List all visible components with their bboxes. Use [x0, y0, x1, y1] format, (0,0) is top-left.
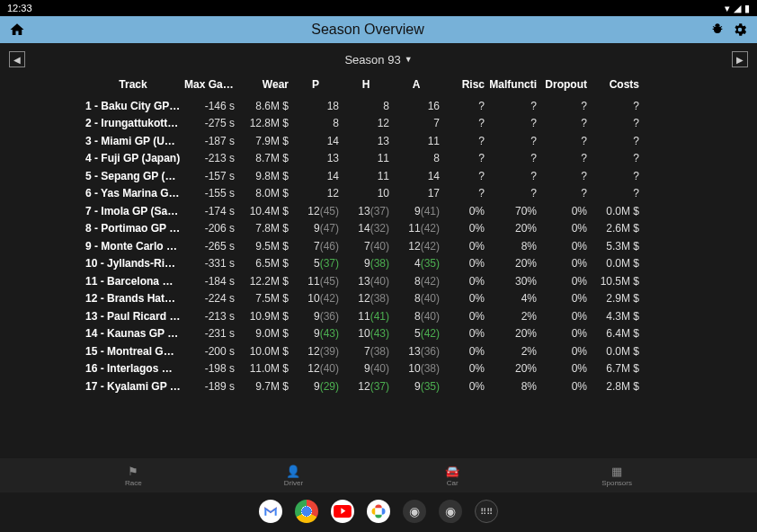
cell-dropout: 0%: [540, 257, 591, 270]
cell-dropout: 0%: [540, 362, 591, 375]
cell-risc: ?: [443, 170, 488, 182]
table-row[interactable]: 5 - Sepang GP (Ma...-157 s9.8M $141114??…: [85, 167, 681, 185]
cell-malf: 2%: [488, 345, 540, 358]
nav-label: Sponsors: [601, 479, 632, 487]
table-row[interactable]: 11 - Barcelona GP ...-184 s12.2M $11(45)…: [85, 272, 681, 290]
cell-a: 11: [393, 135, 443, 147]
next-season-button[interactable]: ▶: [732, 51, 748, 67]
cell-wear: 9.7M $: [238, 380, 292, 393]
cell-dropout: 0%: [540, 310, 591, 323]
app-drawer-icon[interactable]: ⠿⠿: [475, 500, 498, 523]
cell-risc: ?: [443, 187, 488, 200]
table-row[interactable]: 7 - Imola GP (San ...-174 s10.4M $12(45)…: [85, 202, 681, 220]
cell-malf: 8%: [488, 240, 540, 253]
table-row[interactable]: 10 - Jyllands-Ring...-331 s6.5M $5(37)9(…: [85, 255, 681, 273]
cell-malf: ?: [488, 117, 540, 129]
chrome-icon[interactable]: [295, 500, 318, 523]
youtube-icon[interactable]: [331, 500, 354, 523]
cell-dropout: 0%: [540, 240, 591, 253]
nav-driver[interactable]: 👤 Driver: [284, 465, 303, 487]
cell-a: 11(42): [393, 222, 443, 235]
home-icon[interactable]: [9, 22, 25, 38]
col-maxgain[interactable]: Max Gain ?: [184, 78, 238, 92]
table-row[interactable]: 2 - Irungattukottai ...-275 s12.8M $8127…: [85, 115, 681, 133]
season-dropdown[interactable]: Season 93 ▼: [344, 53, 412, 66]
table-row[interactable]: 8 - Portimao GP (P...-206 s7.8M $9(47)14…: [85, 220, 681, 238]
cell-wear: 7.5M $: [238, 292, 292, 305]
table-row[interactable]: 1 - Baku City GP (A...-146 s8.6M $18816?…: [85, 97, 681, 115]
cell-p: 12: [292, 187, 343, 200]
app-icon-1[interactable]: ◉: [403, 500, 426, 523]
cell-h: 11: [343, 170, 393, 182]
cell-dropout: 0%: [540, 292, 591, 305]
chevron-down-icon: ▼: [405, 55, 413, 64]
cell-track: 3 - Miami GP (Unit...: [85, 135, 184, 147]
cell-p: 13: [292, 152, 343, 164]
col-costs: Costs: [591, 78, 643, 91]
nav-race[interactable]: ⚑ Race: [125, 465, 142, 487]
cell-maxgain: -231 s: [184, 327, 238, 340]
col-wear: Wear: [238, 78, 292, 91]
cell-dropout: ?: [540, 187, 591, 200]
gmail-icon[interactable]: [259, 500, 282, 523]
cell-p: 11(45): [292, 275, 343, 288]
bug-icon[interactable]: [710, 22, 725, 37]
col-risc: Risc: [443, 78, 488, 91]
cell-dropout: 0%: [540, 275, 591, 288]
cell-dropout: 0%: [540, 345, 591, 358]
cell-maxgain: -275 s: [184, 117, 238, 129]
nav-label: Race: [125, 479, 142, 487]
table-row[interactable]: 9 - Monte Carlo GP...-265 s9.5M $7(46)7(…: [85, 237, 681, 255]
cell-track: 15 - Montreal GP (...: [85, 345, 184, 358]
cell-h: 10: [343, 187, 393, 200]
table-row[interactable]: 6 - Yas Marina GP ...-155 s8.0M $121017?…: [85, 185, 681, 203]
cell-a: 5(42): [393, 327, 443, 340]
prev-season-button[interactable]: ◀: [9, 51, 25, 67]
cell-costs: 2.6M $: [591, 222, 643, 235]
cell-wear: 11.0M $: [238, 362, 292, 375]
status-icons: ▾ ◢ ▮: [725, 3, 750, 14]
flag-icon: ⚑: [128, 465, 138, 478]
page-title: Season Overview: [311, 22, 423, 38]
table-header: Track Max Gain ? Wear P H A Risc Malfunc…: [85, 75, 681, 93]
cell-h: 7(40): [343, 240, 393, 253]
table-row[interactable]: 3 - Miami GP (Unit...-187 s7.9M $141311?…: [85, 132, 681, 150]
cell-maxgain: -200 s: [184, 345, 238, 358]
cell-costs: ?: [591, 170, 643, 182]
cell-h: 7(38): [343, 345, 393, 358]
nav-car[interactable]: 🚘 Car: [445, 465, 459, 487]
cell-risc: 0%: [443, 380, 488, 393]
nav-sponsors[interactable]: ▦ Sponsors: [601, 465, 632, 487]
cell-h: 9(40): [343, 362, 393, 375]
cell-a: 9(41): [393, 205, 443, 217]
cell-a: 4(35): [393, 257, 443, 270]
cell-a: 14: [393, 170, 443, 182]
cell-malf: ?: [488, 135, 540, 147]
cell-malf: ?: [488, 100, 540, 112]
table-row[interactable]: 13 - Paul Ricard G...-213 s10.9M $9(36)1…: [85, 307, 681, 325]
table-row[interactable]: 16 - Interlagos GP ...-198 s11.0M $12(40…: [85, 360, 681, 378]
cell-risc: 0%: [443, 257, 488, 270]
cell-wear: 9.8M $: [238, 170, 292, 182]
table-row[interactable]: 15 - Montreal GP (...-200 s10.0M $12(39)…: [85, 342, 681, 360]
cell-p: 12(40): [292, 362, 343, 375]
cell-wear: 10.9M $: [238, 310, 292, 323]
table-row[interactable]: 14 - Kaunas GP (Li...-231 s9.0M $9(43)10…: [85, 325, 681, 343]
cell-p: 14: [292, 135, 343, 147]
cell-p: 9(47): [292, 222, 343, 235]
photos-icon[interactable]: [367, 500, 390, 523]
season-label: Season 93: [344, 53, 400, 66]
cell-malf: 30%: [488, 275, 540, 288]
gear-icon[interactable]: [732, 22, 748, 38]
table-row[interactable]: 17 - Kyalami GP (S...-189 s9.7M $9(29)12…: [85, 377, 681, 395]
cell-p: 9(29): [292, 380, 343, 393]
cell-wear: 8.7M $: [238, 152, 292, 164]
table-row[interactable]: 12 - Brands Hatch ...-224 s7.5M $10(42)1…: [85, 290, 681, 308]
cell-track: 8 - Portimao GP (P...: [85, 222, 184, 235]
table-row[interactable]: 4 - Fuji GP (Japan)-213 s8.7M $13118????: [85, 150, 681, 168]
app-icon-2[interactable]: ◉: [439, 500, 462, 523]
cell-a: 8: [393, 152, 443, 164]
cell-dropout: ?: [540, 100, 591, 112]
cell-p: 9(43): [292, 327, 343, 340]
cell-wear: 8.6M $: [238, 100, 292, 112]
